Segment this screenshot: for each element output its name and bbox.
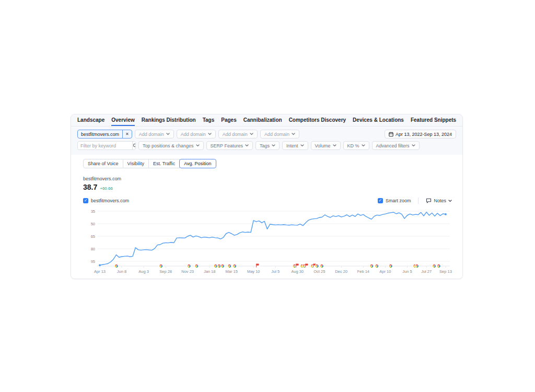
google-update-marker[interactable] bbox=[389, 264, 393, 268]
google-update-marker[interactable] bbox=[315, 264, 319, 268]
smart-zoom-checkbox[interactable]: ✓ bbox=[378, 198, 383, 203]
x-tick-label: Apr 13 bbox=[94, 269, 106, 274]
google-update-marker[interactable] bbox=[227, 264, 231, 268]
dropdown-label: Tags bbox=[260, 143, 270, 148]
series-legend-item[interactable]: ✓ bestfitmovers.com bbox=[83, 198, 129, 203]
x-tick-label: Mar 15 bbox=[226, 269, 238, 274]
tags-dropdown[interactable]: Tags bbox=[255, 141, 280, 150]
advanced-filters-dropdown[interactable]: Advanced filters bbox=[372, 141, 420, 150]
add-domain-dropdown[interactable]: Add domain bbox=[177, 130, 216, 139]
tab-tags[interactable]: Tags bbox=[203, 114, 215, 126]
chevron-down-icon bbox=[362, 144, 365, 147]
chevron-down-icon bbox=[245, 144, 249, 147]
tab-landscape[interactable]: Landscape bbox=[77, 114, 104, 126]
tab-overview[interactable]: Overview bbox=[111, 114, 134, 126]
position-tracking-card: LandscapeOverviewRankings DistributionTa… bbox=[71, 114, 463, 279]
chevron-down-icon bbox=[412, 144, 415, 147]
avg-position-chart[interactable]: 3550658095Apr 13Jun 8Aug 3Sep 28Nov 23Ja… bbox=[87, 207, 452, 275]
dropdown-label: Volume bbox=[315, 143, 331, 148]
tab-competitors-discovery[interactable]: Competitors Discovery bbox=[289, 114, 346, 126]
metric-tab-visibility[interactable]: Visibility bbox=[123, 159, 149, 168]
add-domain-dropdown[interactable]: Add domain bbox=[260, 130, 299, 139]
series-legend-label: bestfitmovers.com bbox=[91, 198, 129, 203]
x-tick-label: Jul 5 bbox=[271, 269, 280, 274]
domain-chip[interactable]: bestfitmovers.com ✕ bbox=[77, 130, 132, 139]
metric-tab-est-traffic[interactable]: Est. Traffic bbox=[149, 159, 180, 168]
remove-domain-button[interactable]: ✕ bbox=[122, 130, 132, 138]
avg-position-value: 38.7 bbox=[83, 183, 97, 191]
x-tick-label: Nov 23 bbox=[181, 269, 194, 274]
google-update-marker[interactable] bbox=[232, 264, 237, 268]
tab-pages[interactable]: Pages bbox=[221, 114, 236, 126]
series-start-point bbox=[99, 264, 101, 266]
notes-icon bbox=[426, 198, 432, 203]
x-tick-label: Feb 14 bbox=[357, 269, 369, 274]
chevron-down-icon bbox=[196, 144, 200, 147]
intent-dropdown[interactable]: Intent bbox=[282, 141, 308, 150]
add-domain-dropdown[interactable]: Add domain bbox=[218, 130, 258, 139]
keyword-filter bbox=[77, 141, 136, 150]
chevron-down-icon bbox=[250, 133, 253, 135]
search-button[interactable] bbox=[132, 142, 136, 149]
google-update-marker[interactable] bbox=[437, 264, 441, 268]
serp-features-dropdown[interactable]: SERP Features bbox=[206, 141, 253, 150]
tab-featured-snippets[interactable]: Featured Snippets bbox=[411, 114, 456, 126]
add-domain-group: Add domainAdd domainAdd domainAdd domain bbox=[135, 130, 299, 139]
google-update-marker[interactable] bbox=[159, 264, 163, 268]
google-update-marker[interactable] bbox=[187, 264, 191, 268]
notes-dropdown[interactable]: Notes bbox=[426, 198, 452, 203]
divider bbox=[418, 198, 418, 204]
metric-tab-share-of-voice[interactable]: Share of Voice bbox=[83, 159, 123, 168]
chevron-down-icon bbox=[166, 133, 170, 135]
series-end-point bbox=[445, 213, 447, 215]
add-domain-dropdown[interactable]: Add domain bbox=[135, 130, 174, 139]
keyword-input[interactable] bbox=[78, 142, 132, 149]
x-tick-label: Aug 3 bbox=[138, 269, 149, 274]
y-tick-label: 35 bbox=[91, 209, 95, 214]
metric-tab-avg-position[interactable]: Avg. Position bbox=[179, 159, 216, 168]
dropdown-label: Advanced filters bbox=[376, 143, 410, 148]
top-tab-bar: LandscapeOverviewRankings DistributionTa… bbox=[71, 114, 462, 126]
notes-label: Notes bbox=[434, 198, 446, 203]
google-update-marker[interactable] bbox=[415, 264, 419, 268]
google-update-marker[interactable] bbox=[114, 264, 119, 268]
summary-domain: bestfitmovers.com bbox=[83, 176, 462, 181]
x-tick-label: Aug 30 bbox=[291, 269, 304, 274]
x-tick-label: Jun 8 bbox=[117, 269, 126, 274]
volume-dropdown[interactable]: Volume bbox=[311, 141, 341, 150]
add-domain-label: Add domain bbox=[223, 132, 248, 137]
x-tick-label: May 10 bbox=[247, 269, 260, 274]
google-update-marker[interactable] bbox=[220, 264, 225, 268]
date-range-button[interactable]: Apr 13, 2022-Sep 13, 2024 bbox=[385, 130, 456, 139]
google-update-marker[interactable] bbox=[194, 264, 199, 268]
y-tick-label: 80 bbox=[91, 247, 95, 251]
tab-devices-locations[interactable]: Devices & Locations bbox=[353, 114, 404, 126]
filter-dropdown-group: Top positions & changesSERP FeaturesTags… bbox=[138, 141, 420, 150]
metric-tab-bar: Share of VoiceVisibilityEst. TrafficAvg.… bbox=[83, 159, 216, 168]
x-tick-label: Oct 25 bbox=[313, 269, 325, 274]
tab-rankings-distribution[interactable]: Rankings Distribution bbox=[142, 114, 196, 126]
chevron-down-icon bbox=[292, 133, 295, 135]
smart-zoom-label: Smart zoom bbox=[386, 198, 411, 203]
top-positions-changes-dropdown[interactable]: Top positions & changes bbox=[138, 141, 204, 150]
overview-content: Share of VoiceVisibilityEst. TrafficAvg.… bbox=[71, 155, 462, 277]
series-line bbox=[100, 212, 446, 266]
x-tick-label: Apr 10 bbox=[379, 269, 391, 274]
x-tick-label: Jun 5 bbox=[402, 269, 412, 274]
chevron-down-icon bbox=[208, 133, 212, 135]
google-update-marker[interactable] bbox=[432, 264, 436, 268]
date-range-label: Apr 13, 2022-Sep 13, 2024 bbox=[396, 132, 452, 137]
tab-cannibalization[interactable]: Cannibalization bbox=[243, 114, 282, 126]
kd-dropdown[interactable]: KD % bbox=[343, 141, 369, 150]
google-update-marker[interactable] bbox=[375, 264, 379, 268]
series-checkbox[interactable]: ✓ bbox=[83, 198, 88, 203]
chart-container: 3550658095Apr 13Jun 8Aug 3Sep 28Nov 23Ja… bbox=[87, 207, 462, 277]
x-tick-label: Sep 13 bbox=[439, 269, 452, 274]
google-update-marker[interactable] bbox=[369, 264, 374, 268]
dropdown-label: Intent bbox=[286, 143, 298, 148]
legend-row: ✓ bestfitmovers.com ✓ Smart zoom Notes bbox=[83, 198, 452, 204]
google-update-marker[interactable] bbox=[320, 264, 324, 268]
x-tick-label: Jul 27 bbox=[421, 269, 432, 274]
chevron-down-icon bbox=[448, 200, 452, 202]
note-flag-marker[interactable] bbox=[255, 264, 260, 269]
